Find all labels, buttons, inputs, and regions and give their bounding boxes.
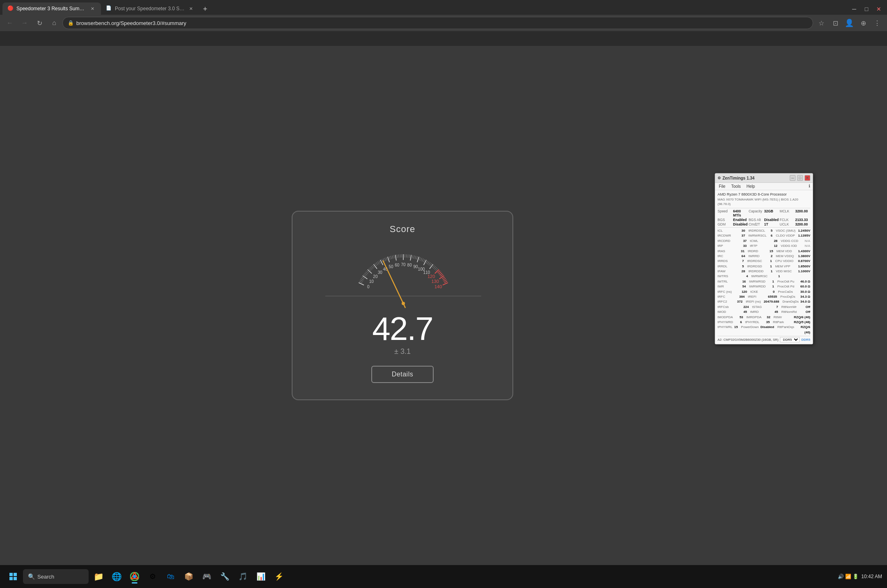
svg-line-66 (442, 277, 445, 279)
svg-line-63 (439, 273, 442, 275)
svg-line-30 (395, 255, 396, 261)
extensions-button[interactable]: ⊕ (857, 16, 870, 30)
taskbar-store[interactable]: 🛍 (162, 568, 179, 585)
zt-cap-val: 32GB (764, 209, 779, 217)
zt-menu-help[interactable]: Help (745, 184, 756, 189)
gauge-container: 0102030405060708090100110120130140 (309, 243, 498, 308)
refresh-button[interactable]: ↻ (33, 16, 46, 30)
svg-line-53 (429, 262, 430, 265)
svg-text:130: 130 (431, 279, 439, 284)
svg-rect-90 (14, 573, 17, 576)
svg-line-7 (364, 273, 367, 275)
svg-line-3 (361, 278, 364, 280)
system-tray: 🔊 📶 🔋 10:42 AM (838, 574, 882, 579)
tab-post-speedometer[interactable]: 📄 Post your Speedometer 3.0 Sc... ✕ (101, 2, 199, 15)
bookmark-button[interactable]: ☆ (815, 16, 828, 30)
svg-line-42 (414, 255, 414, 259)
menu-button[interactable]: ⋮ (871, 16, 884, 30)
svg-line-33 (400, 254, 400, 258)
start-button[interactable] (5, 568, 21, 585)
browser-frame: 🔴 Speedometer 3 Results Summ... ✕ 📄 Post… (0, 0, 887, 31)
svg-line-58 (434, 267, 437, 270)
zt-mclk-val: 3200.00 (795, 209, 810, 217)
svg-text:120: 120 (427, 274, 435, 279)
svg-text:90: 90 (413, 264, 418, 269)
svg-line-18 (377, 262, 379, 264)
svg-line-57 (433, 266, 435, 269)
taskbar-file-manager[interactable]: 📁 (90, 568, 107, 585)
svg-line-2 (360, 280, 363, 281)
svg-line-64 (440, 274, 443, 276)
profile-button[interactable]: 👤 (843, 16, 856, 30)
taskbar-app11[interactable]: 📊 (253, 568, 269, 585)
svg-rect-89 (9, 573, 13, 576)
svg-line-51 (426, 261, 428, 264)
zt-info-btn[interactable]: ℹ (809, 184, 810, 189)
svg-line-17 (376, 262, 378, 265)
svg-line-27 (391, 256, 391, 259)
zt-menu-file[interactable]: File (718, 184, 727, 189)
svg-line-70 (443, 283, 448, 285)
svg-line-45 (417, 257, 419, 262)
score-margin: ± 3.1 (309, 347, 496, 356)
svg-line-24 (386, 258, 387, 260)
tab-speedometer[interactable]: 🔴 Speedometer 3 Results Summ... ✕ (2, 2, 101, 15)
svg-line-23 (384, 258, 386, 261)
taskbar: 🔍 Search 📁 🌐 ⚙ 🛍 📦 🎮 🔧 🎵 📊 ⚡ 🔊 📶 🔋 10:42… (0, 565, 887, 588)
svg-line-46 (419, 258, 421, 260)
svg-line-40 (410, 255, 411, 261)
taskbar-steam[interactable]: 🎮 (199, 568, 215, 585)
close-button[interactable]: ✕ (873, 3, 885, 15)
svg-line-68 (444, 280, 446, 281)
details-button[interactable]: Details (371, 366, 434, 383)
zt-type-select[interactable]: DDR5 (780, 337, 800, 342)
svg-line-28 (392, 255, 393, 259)
svg-line-31 (397, 255, 397, 258)
zt-menu-tools[interactable]: Tools (730, 184, 742, 189)
svg-line-55 (430, 264, 433, 269)
svg-text:30: 30 (378, 270, 383, 275)
svg-line-87 (383, 260, 405, 308)
svg-line-26 (389, 256, 390, 260)
svg-line-25 (388, 257, 389, 262)
svg-line-8 (366, 272, 368, 274)
maximize-button[interactable]: □ (861, 3, 872, 15)
score-title: Score (309, 224, 496, 235)
minimize-button[interactable]: ─ (848, 3, 860, 15)
zt-minimize[interactable]: ─ (790, 175, 796, 181)
zt-maximize[interactable]: □ (797, 175, 803, 181)
tab1-close[interactable]: ✕ (89, 5, 96, 12)
taskbar-chrome[interactable] (126, 568, 143, 585)
svg-line-52 (427, 262, 429, 264)
svg-line-60 (435, 269, 439, 273)
forward-button[interactable]: → (18, 16, 31, 30)
taskbar-settings[interactable]: ⚙ (144, 568, 161, 585)
svg-line-11 (369, 269, 371, 271)
svg-line-41 (412, 255, 413, 258)
taskbar-app7[interactable]: 📦 (181, 568, 197, 585)
taskbar-search[interactable]: 🔍 Search (23, 569, 89, 584)
tab1-favicon: 🔴 (7, 5, 14, 12)
zt-close[interactable]: ✕ (805, 175, 810, 181)
svg-line-38 (408, 255, 408, 258)
home-button[interactable]: ⌂ (48, 16, 61, 30)
taskbar-app12[interactable]: ⚡ (271, 568, 287, 585)
svg-line-44 (416, 256, 417, 260)
svg-point-88 (402, 302, 405, 305)
zentimings-window: ⚙ ZenTimings 1.34 ─ □ ✕ File Tools Help … (715, 173, 813, 344)
address-bar[interactable]: 🔒 browserbench.org/Speedometer3.0/#summa… (62, 17, 813, 29)
svg-line-0 (359, 283, 364, 285)
search-text: Search (37, 574, 54, 580)
svg-line-15 (374, 264, 377, 269)
tab2-close[interactable]: ✕ (187, 5, 194, 12)
back-button[interactable]: ← (3, 16, 16, 30)
svg-text:0: 0 (367, 285, 370, 289)
taskbar-app9[interactable]: 🔧 (217, 568, 233, 585)
search-icon: 🔍 (28, 573, 35, 580)
svg-line-14 (372, 265, 374, 268)
svg-line-62 (439, 272, 441, 274)
taskbar-edge[interactable]: 🌐 (108, 568, 125, 585)
taskbar-app10[interactable]: 🎵 (235, 568, 251, 585)
screenshot-button[interactable]: ⊡ (829, 16, 842, 30)
new-tab-button[interactable]: + (199, 3, 211, 15)
